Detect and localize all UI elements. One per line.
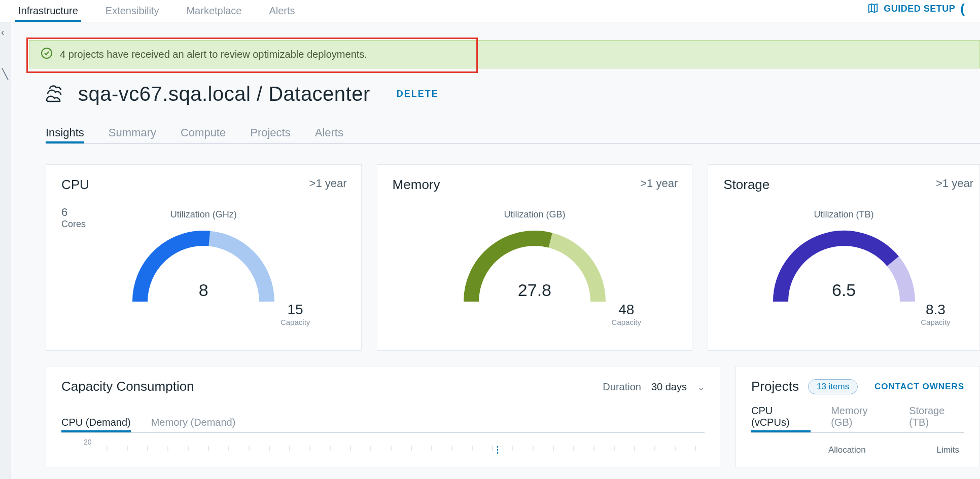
projects-tabs: CPU (vCPUs) Memory (GB) Storage (TB) <box>751 413 964 433</box>
subtab-compute[interactable]: Compute <box>181 126 226 143</box>
check-circle-icon <box>41 47 53 62</box>
cpu-capacity: 15 <box>281 302 310 318</box>
memory-capacity: 48 <box>612 302 641 318</box>
capacity-y-tick: 20 <box>84 438 705 446</box>
projects-table-header: Allocation Limits <box>751 445 964 455</box>
storage-util-label: Utilization (TB) <box>758 209 930 220</box>
cpu-horizon: >1 year <box>309 177 347 190</box>
capacity-axis-icon <box>87 446 726 461</box>
duration-label: Duration <box>603 381 641 393</box>
projects-card: Projects 13 items CONTACT OWNERS CPU (vC… <box>736 366 980 467</box>
nav-tab-extensibility[interactable]: Extensibility <box>102 5 162 22</box>
top-nav: Infrastructure Extensibility Marketplace… <box>0 0 980 22</box>
memory-title: Memory <box>393 177 677 193</box>
page-title: sqa-vc67.sqa.local / Datacenter <box>78 83 370 105</box>
subtab-projects[interactable]: Projects <box>250 126 290 143</box>
cpu-cap-label: Capacity <box>281 318 310 326</box>
svg-point-0 <box>42 48 52 58</box>
help-icon[interactable]: ( <box>960 1 965 17</box>
cpu-util-label: Utilization (GHz) <box>117 209 290 220</box>
duration-value: 30 days <box>651 381 687 393</box>
gutter-line-icon: ╲ <box>2 68 8 80</box>
chevron-down-icon: ⌄ <box>697 381 706 393</box>
duration-selector[interactable]: Duration 30 days ⌄ <box>603 381 706 393</box>
storage-gauge: Utilization (TB) 6.5 8.3 Capacity <box>758 209 930 311</box>
col-limits: Limits <box>937 445 959 455</box>
projects-count-pill: 13 items <box>808 379 858 394</box>
nav-tab-marketplace[interactable]: Marketplace <box>183 5 244 22</box>
left-gutter: ‹ ╲ <box>0 22 11 479</box>
map-icon <box>867 3 879 16</box>
captab-cpu[interactable]: CPU (Demand) <box>61 417 131 432</box>
gauge-cards-row: CPU >1 year 6 Cores Utilization (GHz) 8 … <box>46 164 980 351</box>
col-allocation: Allocation <box>828 445 866 455</box>
title-row: sqa-vc67.sqa.local / Datacenter DELETE <box>43 83 980 105</box>
capacity-tabs: CPU (Demand) Memory (Demand) <box>61 413 705 433</box>
subtab-insights[interactable]: Insights <box>46 126 84 143</box>
main-panel: 4 projects have received an alert to rev… <box>11 22 980 479</box>
projtab-cpu[interactable]: CPU (vCPUs) <box>751 405 811 432</box>
cloud-stack-icon <box>43 83 67 105</box>
cpu-gauge: Utilization (GHz) 8 15 Capacity <box>117 209 290 311</box>
cpu-value: 8 <box>117 280 290 300</box>
contact-owners-link[interactable]: CONTACT OWNERS <box>874 382 964 392</box>
storage-capacity: 8.3 <box>921 302 950 318</box>
subtab-alerts[interactable]: Alerts <box>315 126 343 143</box>
bottom-row: Capacity Consumption Duration 30 days ⌄ … <box>46 366 980 467</box>
storage-title: Storage <box>723 177 964 193</box>
memory-card: Memory >1 year Utilization (GB) 27.8 48 … <box>377 164 693 351</box>
storage-card: Storage >1 year Utilization (TB) 6.5 8.3… <box>708 164 980 351</box>
nav-tab-alerts[interactable]: Alerts <box>266 5 298 22</box>
capacity-card: Capacity Consumption Duration 30 days ⌄ … <box>46 366 720 467</box>
cpu-title: CPU <box>61 177 346 193</box>
storage-value: 6.5 <box>758 280 930 300</box>
delete-link[interactable]: DELETE <box>397 89 439 99</box>
projects-title: Projects <box>751 379 799 394</box>
storage-cap-label: Capacity <box>921 318 950 326</box>
memory-gauge: Utilization (GB) 27.8 48 Capacity <box>448 209 621 311</box>
alert-text: 4 projects have received an alert to rev… <box>60 49 367 60</box>
alert-banner[interactable]: 4 projects have received an alert to rev… <box>29 40 980 68</box>
projtab-storage[interactable]: Storage (TB) <box>909 405 964 432</box>
guided-setup-link[interactable]: GUIDED SETUP <box>884 4 955 14</box>
memory-value: 27.8 <box>448 280 621 300</box>
memory-util-label: Utilization (GB) <box>448 209 621 220</box>
memory-horizon: >1 year <box>640 177 678 190</box>
sub-tabs: Insights Summary Compute Projects Alerts <box>46 124 980 144</box>
captab-memory[interactable]: Memory (Demand) <box>151 417 236 432</box>
projtab-memory[interactable]: Memory (GB) <box>831 405 889 432</box>
storage-horizon: >1 year <box>936 177 973 190</box>
nav-tab-infrastructure[interactable]: Infrastructure <box>15 5 81 22</box>
collapse-icon[interactable]: ‹ <box>1 26 5 38</box>
memory-cap-label: Capacity <box>612 318 641 326</box>
subtab-summary[interactable]: Summary <box>109 126 156 143</box>
cpu-card: CPU >1 year 6 Cores Utilization (GHz) 8 … <box>46 164 362 351</box>
